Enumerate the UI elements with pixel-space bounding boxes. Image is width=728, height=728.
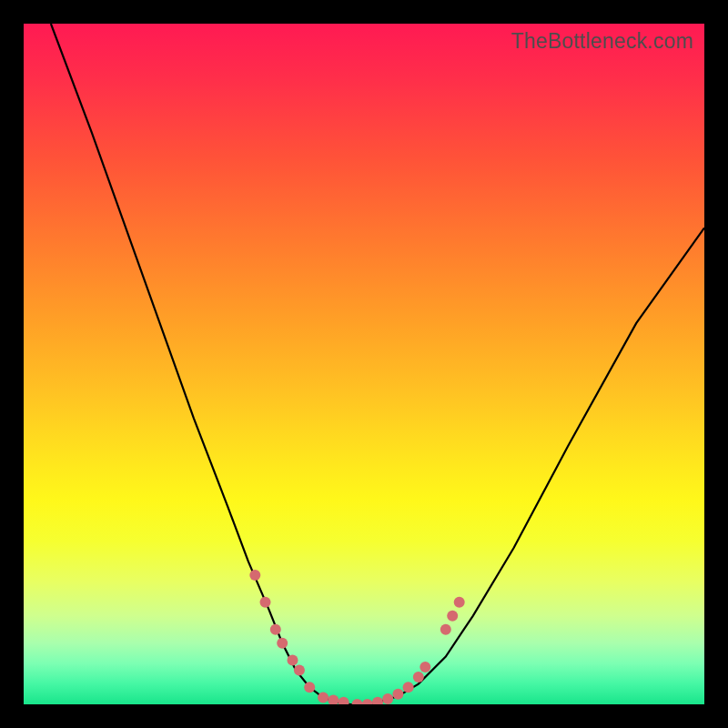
marker-dot [277,638,288,649]
marker-dot [420,662,430,672]
marker-dot [318,693,329,703]
chart-frame: TheBottleneck.com [0,0,728,728]
marker-dot [328,695,339,705]
marker-dot [352,699,363,704]
marker-dot [362,699,373,704]
marker-dot [304,682,315,693]
marker-dot [403,682,414,693]
marker-dot [288,654,298,665]
watermark-text: TheBottleneck.com [511,29,693,54]
marker-dot [440,624,451,635]
marker-dot [382,693,393,704]
marker-dot [372,697,383,704]
highlight-markers [249,570,464,704]
chart-svg [24,24,704,704]
marker-dot [454,597,465,608]
marker-dot [413,672,424,682]
marker-dot [260,597,271,608]
marker-dot [447,611,458,622]
marker-dot [294,665,305,676]
marker-dot [339,697,349,704]
marker-dot [249,570,260,581]
marker-dot [270,624,281,635]
chart-plot-area: TheBottleneck.com [24,24,704,704]
bottleneck-curve-path [51,24,704,704]
marker-dot [392,689,403,700]
